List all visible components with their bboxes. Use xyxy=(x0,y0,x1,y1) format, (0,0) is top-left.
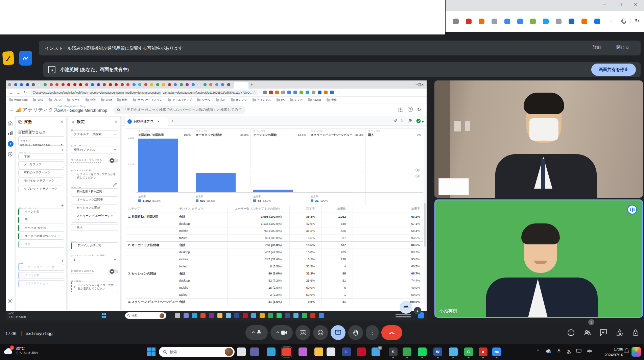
funnel-step-chip[interactable]: 購入 xyxy=(71,224,118,231)
bookmark-star-icon[interactable]: ☆ xyxy=(253,91,256,94)
segment-chip[interactable]: ノーリファラー xyxy=(18,161,64,168)
shared-app-icon-1[interactable] xyxy=(184,313,189,318)
edit-steps-icon[interactable] xyxy=(113,183,117,187)
shared-search-box[interactable]: 検索 xyxy=(125,312,166,319)
question-icon-small[interactable] xyxy=(312,91,315,94)
extension-shortcuts[interactable] xyxy=(261,91,334,94)
camera-button[interactable] xyxy=(270,325,293,340)
tab-favicon-37[interactable] xyxy=(227,83,230,86)
snowflake-icon[interactable] xyxy=(569,19,574,24)
funnel-step-chip[interactable]: 初回起動 / 初回訪問 xyxy=(71,188,118,195)
question-icon[interactable] xyxy=(556,19,562,24)
shared-app-icon-4[interactable] xyxy=(209,313,214,318)
back-icon[interactable]: ← xyxy=(9,91,13,95)
tab-favicon-35[interactable] xyxy=(215,83,218,86)
participant-video-top[interactable] xyxy=(434,80,643,198)
camtasia-icon[interactable]: C xyxy=(464,347,473,356)
volume-icon[interactable] xyxy=(587,349,592,353)
apps-grid-icon[interactable] xyxy=(398,107,403,112)
shared-app-icon-16[interactable] xyxy=(310,313,315,318)
tab-favicon-11[interactable] xyxy=(73,83,76,86)
advertising-icon[interactable] xyxy=(7,151,14,158)
shared-app-icon-14[interactable] xyxy=(293,313,299,318)
segment-chip[interactable]: 有料のトラフィック xyxy=(18,169,64,176)
tag-icon-small[interactable] xyxy=(287,91,291,94)
zoom-in-icon[interactable]: ⊕ xyxy=(415,168,420,172)
eye-icon[interactable] xyxy=(594,19,600,24)
shared-app-icon-2[interactable] xyxy=(192,313,197,318)
swirl-icon-small[interactable] xyxy=(275,91,279,94)
active-tab[interactable] xyxy=(234,82,248,89)
tab-favicon-30[interactable] xyxy=(186,83,189,86)
tab-favicon-26[interactable] xyxy=(162,83,165,86)
background-tabs[interactable] xyxy=(8,83,233,86)
validated-caret[interactable]: ▾ xyxy=(422,120,424,124)
twitter-icon[interactable] xyxy=(543,19,549,24)
bookmark-item[interactable]: SNS xyxy=(33,98,43,101)
eye-icon-small[interactable] xyxy=(330,91,334,94)
onedrive-icon[interactable] xyxy=(546,349,552,353)
table-row[interactable]: tablet6 (6.5%)33.3%466.7% xyxy=(126,263,423,270)
shared-weather[interactable]: 30℃くもりのち晴れ xyxy=(8,312,26,319)
tab-favicon-9[interactable] xyxy=(62,83,65,86)
forward-icon[interactable]: → xyxy=(17,91,20,95)
more-options-button[interactable]: ⋮ xyxy=(366,325,379,340)
tab-favicon-21[interactable] xyxy=(133,83,136,86)
table-row[interactable]: mobile243 (31.6%)6.2%22893.8% xyxy=(126,256,423,263)
tab-favicon-1[interactable] xyxy=(14,83,17,86)
tab-favicon-24[interactable] xyxy=(150,83,153,86)
shared-app-icon-0[interactable] xyxy=(175,313,180,318)
metric-chip[interactable]: イベント数 xyxy=(18,272,64,279)
inner-maximize-icon[interactable]: ❒ xyxy=(418,83,421,87)
settings-gear-icon[interactable] xyxy=(7,298,14,304)
tab-favicon-18[interactable] xyxy=(115,83,118,86)
shared-app-icon-17[interactable] xyxy=(319,313,324,318)
segment-chip[interactable]: 米国 xyxy=(18,153,64,160)
taskbar-clock[interactable]: 17:062024/07/16 xyxy=(604,346,623,358)
bookmark-item[interactable]: Toyota xyxy=(308,98,321,101)
captions-button[interactable]: CC xyxy=(295,325,310,340)
translate-icon-small[interactable] xyxy=(293,91,297,94)
reading-list-icon[interactable]: ≡ xyxy=(610,18,613,24)
file-explorer-icon[interactable] xyxy=(314,347,323,356)
stop-presenting-button[interactable]: 画面共有を停止 xyxy=(591,64,636,76)
variables-close-icon[interactable]: ✕ xyxy=(60,119,64,124)
presenting-floating-control[interactable]: ▴ xyxy=(400,301,422,314)
reactions-button[interactable] xyxy=(313,325,328,340)
people-icon[interactable] xyxy=(583,329,592,338)
tab-favicon-34[interactable] xyxy=(209,83,212,86)
refresh-sync-icon[interactable]: ↻ xyxy=(635,18,639,24)
tab-favicon-33[interactable] xyxy=(204,83,207,86)
table-row[interactable]: 1. 初回起動 / 初回訪問合計1,998 (100.0%)36.8%1,262… xyxy=(126,213,423,220)
photos-icon[interactable] xyxy=(449,347,458,356)
host-controls-icon[interactable] xyxy=(632,329,641,338)
tab-favicon-10[interactable] xyxy=(67,83,70,86)
validated-icon[interactable] xyxy=(416,119,421,123)
tab-favicon-6[interactable] xyxy=(44,83,47,86)
table-row[interactable]: 2. オーガニック訪問者合計736 (36.8%)13.5%63786.5% xyxy=(126,241,423,248)
exploration-tab[interactable]: ✓ 目標到達プロ... ▾ xyxy=(125,117,168,126)
dimension-chip[interactable]: イベント名 xyxy=(18,209,64,215)
ime-indicator[interactable]: あ xyxy=(567,349,571,355)
table-row[interactable]: mobile769 (100.0%)31.6%52668.4% xyxy=(126,227,423,234)
table-row[interactable]: 3. セッションの開始合計99 (5.0%)31.3%6868.7% xyxy=(126,270,423,277)
settings-close-icon[interactable]: ✕ xyxy=(114,119,118,124)
bookmark-item[interactable]: PA xyxy=(277,98,285,101)
bookmark-item[interactable]: サーバー・ドメイン xyxy=(133,98,162,102)
exploration-name-value[interactable]: 目標到達プロセス xyxy=(18,130,46,135)
funnel-step-chip[interactable]: オーガニック訪問者 xyxy=(71,196,118,203)
funnel-step-chip[interactable]: セッションの開始 xyxy=(71,205,118,211)
tray-chevron-icon[interactable]: ⌃ xyxy=(536,349,540,354)
rows-per-dimension-select[interactable]: 5▾ xyxy=(71,256,118,263)
tab-favicon-32[interactable] xyxy=(197,83,200,86)
camera-icon[interactable] xyxy=(453,19,459,24)
tab-favicon-0[interactable] xyxy=(8,83,11,86)
open-funnel-toggle[interactable] xyxy=(110,159,118,163)
shared-app-icon-5[interactable] xyxy=(217,313,222,318)
reload-icon[interactable]: ↻ xyxy=(24,90,27,95)
chrome-icon[interactable] xyxy=(282,347,291,356)
mcafee-icon[interactable] xyxy=(357,347,366,356)
bookmark-item[interactable]: アイレクス xyxy=(253,98,271,102)
tab-strip[interactable]: + ─ ❒ ✕ xyxy=(6,80,427,89)
pinned-color-app-icon[interactable] xyxy=(631,347,641,357)
